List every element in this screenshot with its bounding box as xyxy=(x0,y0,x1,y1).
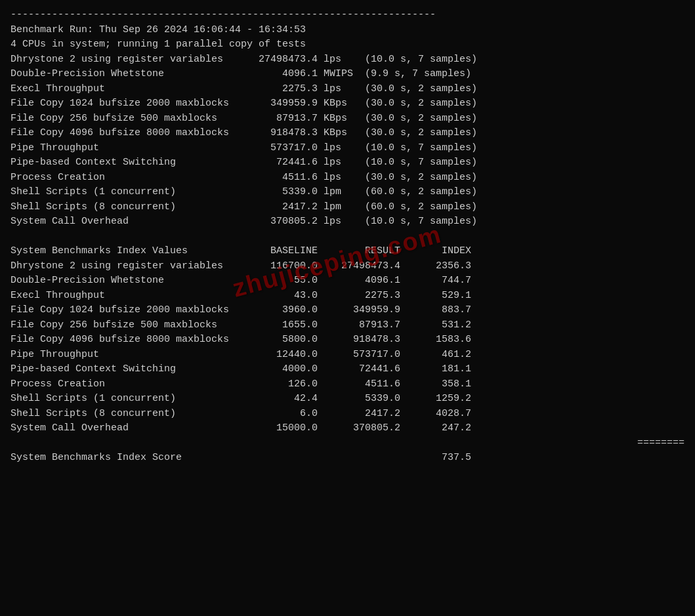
index-result-row: Double-Precision Whetstone 55.0 4096.1 7… xyxy=(11,274,684,289)
index-result-row: Pipe Throughput 12440.0 573717.0 461.2 xyxy=(11,348,684,363)
raw-result-row: System Call Overhead 370805.2 lps (10.0 … xyxy=(11,215,684,230)
index-result-row: File Copy 4096 bufsize 8000 maxblocks 58… xyxy=(11,333,684,348)
raw-result-row: File Copy 4096 bufsize 8000 maxblocks 91… xyxy=(11,126,684,141)
index-result-row: File Copy 256 bufsize 500 maxblocks 1655… xyxy=(11,318,684,333)
index-result-row: Process Creation 126.0 4511.6 358.1 xyxy=(11,377,684,392)
index-result-row: Shell Scripts (1 concurrent) 42.4 5339.0… xyxy=(11,392,684,407)
raw-result-row: Shell Scripts (8 concurrent) 2417.2 lpm … xyxy=(11,200,684,215)
header-line2: 4 CPUs in system; running 1 parallel cop… xyxy=(11,39,306,50)
index-result-row: Execl Throughput 43.0 2275.3 529.1 xyxy=(11,289,684,304)
index-result-row: Pipe-based Context Switching 4000.0 7244… xyxy=(11,362,684,377)
raw-results-section: Dhrystone 2 using register variables 274… xyxy=(11,52,684,230)
score-line: System Benchmarks Index Score 737.5 xyxy=(11,451,684,466)
index-result-row: File Copy 1024 bufsize 2000 maxblocks 39… xyxy=(11,303,684,318)
content-area: ----------------------------------------… xyxy=(11,8,684,52)
index-result-row: Dhrystone 2 using register variables 116… xyxy=(11,259,684,274)
raw-result-row: Shell Scripts (1 concurrent) 5339.0 lpm … xyxy=(11,185,684,200)
raw-result-row: Execl Throughput 2275.3 lps (30.0 s, 2 s… xyxy=(11,82,684,97)
separator-line: ----------------------------------------… xyxy=(11,9,436,20)
raw-result-row: Process Creation 4511.6 lps (30.0 s, 2 s… xyxy=(11,171,684,186)
index-section: System Benchmarks Index Values BASELINE … xyxy=(11,244,684,466)
raw-result-row: Double-Precision Whetstone 4096.1 MWIPS … xyxy=(11,67,684,82)
index-result-row: System Call Overhead 15000.0 370805.2 24… xyxy=(11,421,684,436)
raw-result-row: File Copy 1024 bufsize 2000 maxblocks 34… xyxy=(11,96,684,112)
equals-line: ======== xyxy=(11,436,684,451)
raw-result-row: Pipe Throughput 573717.0 lps (10.0 s, 7 … xyxy=(11,141,684,156)
index-header-row: System Benchmarks Index Values BASELINE … xyxy=(11,244,684,259)
raw-result-row: File Copy 256 bufsize 500 maxblocks 8791… xyxy=(11,112,684,127)
raw-result-row: Dhrystone 2 using register variables 274… xyxy=(11,52,684,68)
raw-result-row: Pipe-based Context Switching 72441.6 lps… xyxy=(11,155,684,171)
header-line1: Benchmark Run: Thu Sep 26 2024 16:06:44 … xyxy=(11,24,306,35)
gap1 xyxy=(11,230,684,245)
index-result-row: Shell Scripts (8 concurrent) 6.0 2417.2 … xyxy=(11,407,684,422)
